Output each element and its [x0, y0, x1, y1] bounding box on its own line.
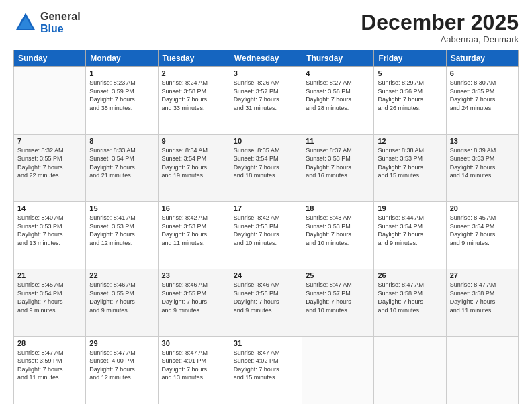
- logo-blue-text: Blue: [40, 23, 81, 35]
- day-number: 13: [450, 137, 515, 145]
- day-info: Sunrise: 8:26 AM Sunset: 3:57 PM Dayligh…: [234, 79, 298, 112]
- calendar-cell: 27Sunrise: 8:47 AM Sunset: 3:58 PM Dayli…: [446, 269, 518, 336]
- day-number: 25: [306, 271, 370, 279]
- month-title: December 2025: [361, 11, 519, 34]
- calendar-cell: 28Sunrise: 8:47 AM Sunset: 3:59 PM Dayli…: [14, 336, 86, 404]
- day-info: Sunrise: 8:32 AM Sunset: 3:55 PM Dayligh…: [17, 146, 82, 180]
- day-info: Sunrise: 8:45 AM Sunset: 3:54 PM Dayligh…: [450, 214, 515, 247]
- calendar-cell: 18Sunrise: 8:43 AM Sunset: 3:53 PM Dayli…: [302, 201, 374, 269]
- calendar-week-row: 28Sunrise: 8:47 AM Sunset: 3:59 PM Dayli…: [14, 336, 519, 404]
- calendar-cell: 22Sunrise: 8:46 AM Sunset: 3:55 PM Dayli…: [86, 269, 158, 336]
- calendar-cell: 16Sunrise: 8:42 AM Sunset: 3:53 PM Dayli…: [158, 201, 230, 269]
- day-number: 14: [17, 204, 82, 212]
- day-info: Sunrise: 8:46 AM Sunset: 3:55 PM Dayligh…: [89, 281, 154, 314]
- day-info: Sunrise: 8:47 AM Sunset: 3:58 PM Dayligh…: [378, 281, 442, 314]
- day-number: 4: [306, 69, 370, 77]
- day-number: 28: [17, 339, 82, 347]
- day-number: 11: [306, 137, 370, 145]
- day-info: Sunrise: 8:35 AM Sunset: 3:54 PM Dayligh…: [234, 146, 298, 180]
- logo: General Blue: [13, 11, 81, 35]
- day-info: Sunrise: 8:29 AM Sunset: 3:56 PM Dayligh…: [378, 79, 442, 112]
- day-info: Sunrise: 8:43 AM Sunset: 3:53 PM Dayligh…: [306, 214, 370, 247]
- logo-icon: [13, 11, 38, 35]
- day-info: Sunrise: 8:41 AM Sunset: 3:53 PM Dayligh…: [89, 214, 154, 247]
- page: General Blue December 2025 Aabenraa, Den…: [0, 0, 532, 411]
- day-number: 1: [89, 69, 154, 77]
- day-info: Sunrise: 8:44 AM Sunset: 3:54 PM Dayligh…: [378, 214, 442, 247]
- calendar-cell: 10Sunrise: 8:35 AM Sunset: 3:54 PM Dayli…: [230, 134, 302, 201]
- calendar-cell: 6Sunrise: 8:30 AM Sunset: 3:55 PM Daylig…: [446, 67, 518, 134]
- day-info: Sunrise: 8:47 AM Sunset: 4:01 PM Dayligh…: [162, 349, 226, 382]
- day-number: 10: [234, 137, 298, 145]
- day-info: Sunrise: 8:46 AM Sunset: 3:55 PM Dayligh…: [162, 281, 226, 314]
- day-info: Sunrise: 8:23 AM Sunset: 3:59 PM Dayligh…: [89, 79, 154, 112]
- calendar-cell: 11Sunrise: 8:37 AM Sunset: 3:53 PM Dayli…: [302, 134, 374, 201]
- calendar-cell: [14, 67, 86, 134]
- calendar-cell: 24Sunrise: 8:46 AM Sunset: 3:56 PM Dayli…: [230, 269, 302, 336]
- day-info: Sunrise: 8:30 AM Sunset: 3:55 PM Dayligh…: [450, 79, 515, 112]
- calendar-cell: 26Sunrise: 8:47 AM Sunset: 3:58 PM Dayli…: [374, 269, 446, 336]
- day-info: Sunrise: 8:47 AM Sunset: 3:59 PM Dayligh…: [17, 349, 82, 382]
- calendar-cell: [302, 336, 374, 404]
- calendar-cell: 3Sunrise: 8:26 AM Sunset: 3:57 PM Daylig…: [230, 67, 302, 134]
- day-info: Sunrise: 8:38 AM Sunset: 3:53 PM Dayligh…: [378, 146, 442, 180]
- day-info: Sunrise: 8:45 AM Sunset: 3:54 PM Dayligh…: [17, 281, 82, 314]
- day-number: 30: [162, 339, 226, 347]
- calendar-cell: 7Sunrise: 8:32 AM Sunset: 3:55 PM Daylig…: [14, 134, 86, 201]
- day-number: 18: [306, 204, 370, 212]
- day-number: 31: [234, 339, 298, 347]
- calendar-cell: 29Sunrise: 8:47 AM Sunset: 4:00 PM Dayli…: [86, 336, 158, 404]
- calendar-cell: 20Sunrise: 8:45 AM Sunset: 3:54 PM Dayli…: [446, 201, 518, 269]
- day-number: 22: [89, 271, 154, 279]
- calendar-cell: 19Sunrise: 8:44 AM Sunset: 3:54 PM Dayli…: [374, 201, 446, 269]
- calendar-day-header: Monday: [86, 50, 158, 67]
- calendar-cell: 21Sunrise: 8:45 AM Sunset: 3:54 PM Dayli…: [14, 269, 86, 336]
- calendar-day-header: Thursday: [302, 50, 374, 67]
- day-number: 24: [234, 271, 298, 279]
- day-info: Sunrise: 8:27 AM Sunset: 3:56 PM Dayligh…: [306, 79, 370, 112]
- location: Aabenraa, Denmark: [361, 34, 519, 44]
- calendar-cell: 4Sunrise: 8:27 AM Sunset: 3:56 PM Daylig…: [302, 67, 374, 134]
- day-number: 26: [378, 271, 442, 279]
- day-info: Sunrise: 8:34 AM Sunset: 3:54 PM Dayligh…: [162, 146, 226, 180]
- calendar-cell: 15Sunrise: 8:41 AM Sunset: 3:53 PM Dayli…: [86, 201, 158, 269]
- calendar-week-row: 7Sunrise: 8:32 AM Sunset: 3:55 PM Daylig…: [14, 134, 519, 201]
- day-info: Sunrise: 8:47 AM Sunset: 3:58 PM Dayligh…: [450, 281, 515, 314]
- day-number: 29: [89, 339, 154, 347]
- header: General Blue December 2025 Aabenraa, Den…: [13, 11, 519, 44]
- calendar-cell: [446, 336, 518, 404]
- title-block: December 2025 Aabenraa, Denmark: [361, 11, 519, 44]
- day-number: 21: [17, 271, 82, 279]
- calendar-week-row: 14Sunrise: 8:40 AM Sunset: 3:53 PM Dayli…: [14, 201, 519, 269]
- calendar-cell: 13Sunrise: 8:39 AM Sunset: 3:53 PM Dayli…: [446, 134, 518, 201]
- day-info: Sunrise: 8:46 AM Sunset: 3:56 PM Dayligh…: [234, 281, 298, 314]
- calendar-day-header: Tuesday: [158, 50, 230, 67]
- day-info: Sunrise: 8:47 AM Sunset: 4:02 PM Dayligh…: [234, 349, 298, 382]
- day-number: 3: [234, 69, 298, 77]
- day-number: 6: [450, 69, 515, 77]
- calendar-cell: 9Sunrise: 8:34 AM Sunset: 3:54 PM Daylig…: [158, 134, 230, 201]
- calendar-cell: 1Sunrise: 8:23 AM Sunset: 3:59 PM Daylig…: [86, 67, 158, 134]
- day-number: 7: [17, 137, 82, 145]
- calendar-cell: 5Sunrise: 8:29 AM Sunset: 3:56 PM Daylig…: [374, 67, 446, 134]
- day-number: 27: [450, 271, 515, 279]
- day-number: 23: [162, 271, 226, 279]
- calendar-day-header: Friday: [374, 50, 446, 67]
- calendar-header-row: SundayMondayTuesdayWednesdayThursdayFrid…: [14, 50, 519, 67]
- day-number: 20: [450, 204, 515, 212]
- day-info: Sunrise: 8:37 AM Sunset: 3:53 PM Dayligh…: [306, 146, 370, 180]
- calendar-day-header: Wednesday: [230, 50, 302, 67]
- calendar-cell: 12Sunrise: 8:38 AM Sunset: 3:53 PM Dayli…: [374, 134, 446, 201]
- day-number: 5: [378, 69, 442, 77]
- calendar-cell: 17Sunrise: 8:42 AM Sunset: 3:53 PM Dayli…: [230, 201, 302, 269]
- day-info: Sunrise: 8:42 AM Sunset: 3:53 PM Dayligh…: [162, 214, 226, 247]
- day-info: Sunrise: 8:24 AM Sunset: 3:58 PM Dayligh…: [162, 79, 226, 112]
- calendar-cell: 30Sunrise: 8:47 AM Sunset: 4:01 PM Dayli…: [158, 336, 230, 404]
- day-number: 9: [162, 137, 226, 145]
- day-info: Sunrise: 8:39 AM Sunset: 3:53 PM Dayligh…: [450, 146, 515, 180]
- day-number: 17: [234, 204, 298, 212]
- day-number: 15: [89, 204, 154, 212]
- day-info: Sunrise: 8:42 AM Sunset: 3:53 PM Dayligh…: [234, 214, 298, 247]
- logo-text: General Blue: [40, 11, 81, 34]
- day-number: 19: [378, 204, 442, 212]
